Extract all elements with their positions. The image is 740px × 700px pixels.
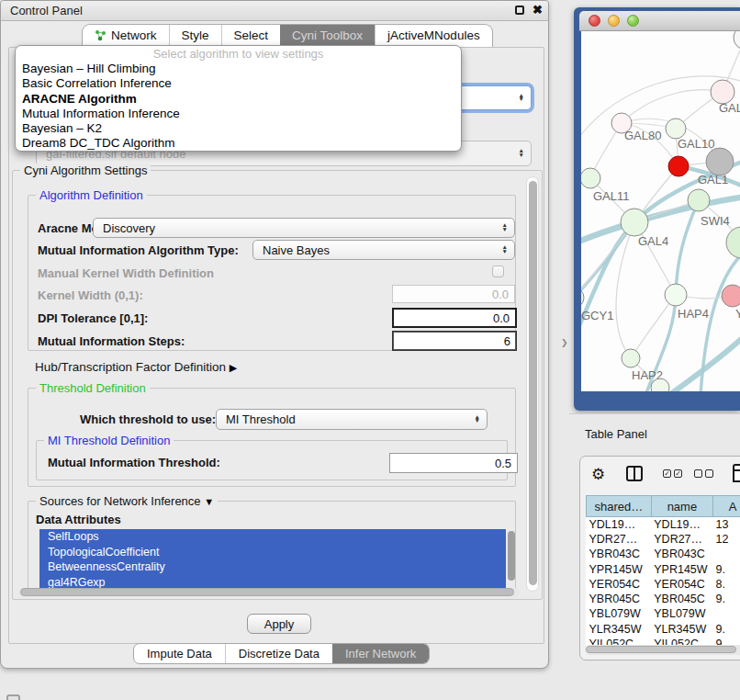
network-node[interactable]	[622, 349, 640, 367]
minimize-traffic-light-icon[interactable]	[608, 15, 620, 27]
columns-icon[interactable]	[626, 466, 643, 481]
attribute-list-item-selected[interactable]: BetweennessCentrality	[39, 559, 506, 575]
sources-group: Sources for Network Inference ▼ Data Att…	[28, 501, 516, 593]
settings-vertical-scrollbar[interactable]	[526, 176, 539, 592]
table-panel-body: ⚙ ✓ ✓ shared…nameAYDL19…YDL19…13YDR27…YD…	[579, 456, 740, 660]
bottom-tab-discretize-data[interactable]: Discretize Data	[225, 644, 332, 663]
close-traffic-light-icon[interactable]	[589, 15, 600, 27]
attribute-list-item-selected[interactable]: TopologicalCoefficient	[39, 545, 506, 560]
attribute-list-item-selected[interactable]: SelfLoops	[39, 529, 506, 545]
table-row[interactable]: YBL079WYBL079W	[587, 606, 740, 621]
network-node[interactable]	[621, 209, 648, 236]
table-row[interactable]: YDL19…YDL19…13	[587, 517, 740, 532]
select-all-columns-icon[interactable]: ✓ ✓	[663, 469, 682, 478]
hub-definition-toggle[interactable]: Hub/Transcription Factor Definition ▶	[35, 360, 237, 374]
algorithm-option[interactable]: Bayesian – Hill Climbing	[16, 62, 461, 76]
network-graph-canvas[interactable]: GALGAL80GAL10GAL1GAL11SWI4GAL4HAP4YGCY1H…	[581, 31, 740, 391]
table-column-header[interactable]: shared…	[587, 496, 652, 517]
network-edge[interactable]	[631, 295, 676, 358]
network-node[interactable]	[722, 285, 740, 307]
network-node-label: GAL10	[678, 137, 714, 151]
threshold-definition-title: Threshold Definition	[36, 381, 150, 395]
settings-horizontal-scrollbar[interactable]	[18, 588, 520, 597]
dpi-tolerance-field[interactable]	[392, 308, 517, 328]
table-cell: YDL19…	[587, 517, 652, 532]
table-horizontal-scrollbar[interactable]	[585, 645, 740, 655]
zoom-traffic-light-icon[interactable]	[627, 15, 639, 27]
table-column-header[interactable]: A	[713, 496, 740, 517]
table-column-header[interactable]: name	[651, 496, 712, 517]
bottom-tab-impute-data[interactable]: Impute Data	[134, 644, 225, 663]
apply-button[interactable]: Apply	[247, 614, 311, 634]
new-table-icon[interactable]	[733, 464, 740, 482]
bottom-tab-infer-network[interactable]: Infer Network	[332, 644, 429, 663]
mi-type-combobox[interactable]: Naive Bayes ▲▼	[252, 240, 515, 260]
tab-label: Cyni Toolbox	[292, 28, 363, 42]
manual-kernel-checkbox[interactable]	[492, 265, 504, 277]
gear-icon[interactable]: ⚙	[591, 465, 605, 484]
network-node[interactable]	[668, 156, 689, 176]
settings-horizontal-scrollbar-thumb[interactable]	[20, 588, 514, 596]
checked-box-icon: ✓	[663, 469, 671, 478]
algorithm-option[interactable]: Basic Correlation Inference	[16, 76, 461, 91]
mi-threshold-field[interactable]	[389, 453, 518, 473]
algorithm-option[interactable]: Bayesian – K2	[16, 121, 461, 136]
cyni-settings-group: Cyni Algorithm Settings Algorithm Defini…	[12, 170, 543, 600]
network-node-label: SWI4	[701, 214, 730, 228]
which-threshold-combobox[interactable]: MI Threshold ▲▼	[216, 409, 488, 430]
table-cell: YDL19…	[651, 517, 712, 532]
combo-arrows-icon: ▲▼	[519, 94, 524, 103]
table-cell: 13	[713, 517, 740, 532]
table-row[interactable]: YPR145WYPR145W9.	[587, 561, 740, 576]
aracne-mode-combobox[interactable]: Discovery ▲▼	[93, 218, 515, 238]
network-node-label: GAL11	[593, 189, 630, 203]
application-screen: Control Panel ✖ NetworkStyleSelectCyni T…	[0, 0, 740, 700]
algorithm-option[interactable]: Mutual Information Inference	[16, 107, 461, 121]
network-node[interactable]	[665, 284, 687, 306]
table-cell: YBR043C	[651, 547, 712, 561]
table-scrollbar-thumb[interactable]	[586, 646, 736, 653]
table-row[interactable]: YER054CYER054C8.	[587, 577, 740, 592]
split-pane-divider-arrow[interactable]: ❯	[561, 338, 568, 347]
attribute-list-scrollbar-thumb[interactable]	[508, 531, 515, 581]
mi-steps-label: Mutual Information Steps:	[38, 334, 185, 348]
table-row[interactable]: YLR345WYLR345W9.	[587, 622, 740, 637]
table-row[interactable]: YBR043CYBR043C	[587, 547, 740, 561]
algorithm-definition-group: Algorithm Definition Aracne Mode: Discov…	[28, 195, 516, 351]
table-cell: YBR045C	[651, 592, 712, 606]
network-node[interactable]	[726, 227, 740, 258]
combo-arrows-icon: ▲▼	[502, 223, 508, 232]
settings-vertical-scrollbar-thumb[interactable]	[529, 181, 537, 585]
float-window-icon[interactable]	[515, 6, 524, 15]
docked-panel-icon[interactable]	[6, 694, 20, 700]
close-icon[interactable]: ✖	[533, 3, 543, 17]
node-attribute-table[interactable]: shared…nameAYDL19…YDL19…13YDR27…YDR27…12…	[586, 495, 740, 651]
unselect-all-columns-icon[interactable]	[694, 469, 713, 478]
unchecked-box-icon	[705, 469, 713, 478]
expanded-triangle-icon[interactable]: ▼	[204, 496, 214, 507]
combo-arrows-icon: ▲▼	[502, 245, 508, 254]
network-node[interactable]	[666, 119, 686, 139]
mi-threshold-label: Mutual Information Threshold:	[48, 456, 220, 469]
which-threshold-label: Which threshold to use:	[80, 412, 216, 426]
network-window-titlebar	[579, 11, 740, 31]
collapsed-triangle-icon: ▶	[230, 362, 237, 373]
table-cell: 9.	[713, 622, 740, 637]
network-node[interactable]	[581, 168, 600, 188]
network-edge[interactable]	[622, 90, 723, 123]
network-node[interactable]	[688, 189, 710, 211]
table-panel-toolbar: ⚙ ✓ ✓	[580, 464, 740, 488]
sources-title-text: Sources for Network Inference	[39, 494, 201, 508]
network-node[interactable]	[706, 148, 734, 175]
mi-threshold-group-title: MI Threshold Definition	[44, 434, 174, 447]
kernel-width-field[interactable]	[392, 285, 515, 303]
table-row[interactable]: YBR045CYBR045C9.	[587, 592, 740, 606]
algorithm-option[interactable]: ARACNE Algorithm	[16, 92, 461, 107]
algorithm-placeholder: Select algorithm to view settings	[16, 47, 461, 62]
table-row[interactable]: YDR27…YDR27…12	[587, 532, 740, 547]
mi-steps-field[interactable]	[392, 331, 517, 351]
network-node[interactable]	[734, 31, 740, 50]
hub-definition-label: Hub/Transcription Factor Definition	[35, 360, 226, 374]
algorithm-option[interactable]: Dream8 DC_TDC Algorithm	[16, 136, 461, 151]
aracne-mode-value: Discovery	[103, 221, 155, 235]
